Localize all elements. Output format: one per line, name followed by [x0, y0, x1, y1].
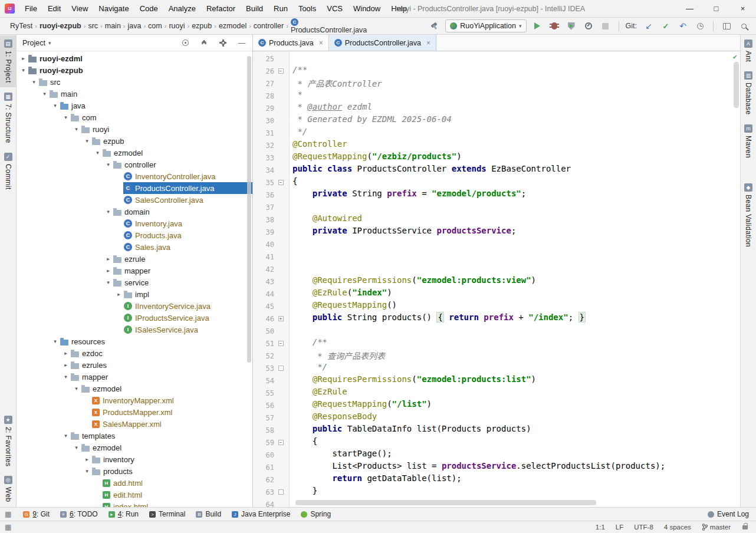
- gutter-line[interactable]: 34: [253, 164, 289, 176]
- gutter-line[interactable]: 59−: [253, 436, 289, 449]
- fold-marker-icon[interactable]: −: [274, 68, 287, 74]
- code-line[interactable]: [292, 52, 740, 65]
- breadcrumb-item-ezpub[interactable]: ezpub: [190, 22, 213, 30]
- gutter-line[interactable]: 28: [253, 90, 289, 102]
- tree-item-ruoyi[interactable]: ▾ruoyi: [17, 123, 252, 135]
- gutter-line[interactable]: 53: [253, 362, 289, 374]
- code-line[interactable]: *: [292, 90, 740, 102]
- rollback-button[interactable]: ↶: [676, 19, 689, 32]
- gutter-line[interactable]: 39: [253, 226, 289, 238]
- chevron-down-icon[interactable]: ▾: [93, 150, 102, 156]
- toolwindow-layout-icon[interactable]: ▦: [5, 510, 11, 518]
- chevron-down-icon[interactable]: ▾: [61, 114, 70, 120]
- menu-tools[interactable]: Tools: [293, 0, 321, 17]
- tool-window-button-spring[interactable]: Spring: [301, 510, 331, 518]
- code-line[interactable]: [292, 263, 740, 275]
- tree-item-inventory[interactable]: ▸inventory: [17, 453, 252, 465]
- search-everywhere-button[interactable]: [737, 19, 750, 32]
- menu-code[interactable]: Code: [134, 0, 163, 17]
- editor-vertical-scrollbar[interactable]: [734, 62, 739, 108]
- close-button[interactable]: ×: [729, 0, 756, 17]
- chevron-down-icon[interactable]: ▾: [51, 338, 60, 344]
- gutter-line[interactable]: 25: [253, 52, 289, 65]
- tree-item-iinventoryservice-java[interactable]: IIInventoryService.java: [17, 300, 252, 312]
- tool-window-button-git[interactable]: G9: Git: [23, 510, 50, 518]
- gutter-line[interactable]: 36: [253, 189, 289, 201]
- fold-marker-icon[interactable]: −: [274, 180, 287, 185]
- profiler-button[interactable]: [582, 19, 595, 32]
- chevron-down-icon[interactable]: ▾: [29, 79, 38, 85]
- tree-item-impl[interactable]: ▸impl: [17, 288, 252, 300]
- tree-item-inventorymapper-xml[interactable]: XInventoryMapper.xml: [17, 394, 252, 406]
- gutter-line[interactable]: 29: [253, 102, 289, 114]
- gutter-line[interactable]: 62: [253, 473, 289, 486]
- tree-item-index-html[interactable]: Hindex.html: [17, 501, 252, 507]
- breadcrumb-item-java[interactable]: java: [126, 22, 143, 30]
- tree-item-products-java[interactable]: CProducts.java: [17, 229, 252, 241]
- gutter-line[interactable]: 42: [253, 263, 289, 275]
- gutter-line[interactable]: 27: [253, 77, 289, 90]
- chevron-down-icon[interactable]: ▾: [61, 433, 70, 439]
- menu-view[interactable]: View: [66, 0, 93, 17]
- run-coverage-button[interactable]: [565, 19, 578, 32]
- tree-item-inventorycontroller-java[interactable]: CInventoryController.java: [17, 170, 252, 182]
- breadcrumb-item-ezmodel[interactable]: ezmodel: [217, 22, 248, 30]
- code-line[interactable]: @EzRule("index"): [292, 288, 740, 300]
- tree-item-main[interactable]: ▾main: [17, 88, 252, 100]
- chevron-down-icon[interactable]: ▾: [48, 40, 51, 46]
- tree-item-edit-html[interactable]: Hedit.html: [17, 489, 252, 501]
- maximize-button[interactable]: □: [703, 0, 729, 17]
- gutter-line[interactable]: 26−: [253, 65, 289, 77]
- code-line[interactable]: return getDataTable(list);: [292, 473, 740, 486]
- gutter-line[interactable]: 44: [253, 288, 289, 300]
- code-line[interactable]: @RequiresPermissions("ezmodel:products:l…: [292, 374, 740, 387]
- collapse-all-icon[interactable]: [199, 38, 209, 48]
- code-line[interactable]: List<Products> list = productsService.se…: [292, 461, 740, 473]
- gutter-line[interactable]: 63: [253, 486, 289, 498]
- minimize-button[interactable]: —: [676, 0, 703, 17]
- chevron-down-icon[interactable]: ▾: [51, 103, 60, 108]
- chevron-right-icon[interactable]: ▸: [61, 362, 70, 368]
- code-line[interactable]: startPage();: [292, 449, 740, 461]
- menu-build[interactable]: Build: [241, 0, 268, 17]
- code-line[interactable]: {: [292, 176, 740, 189]
- menu-file[interactable]: File: [19, 0, 42, 17]
- fold-marker-icon[interactable]: −: [274, 341, 287, 346]
- tool-window-button-ant[interactable]: AAnt: [741, 35, 756, 66]
- tree-item-iproductsservice-java[interactable]: IIProductsService.java: [17, 312, 252, 324]
- code-line[interactable]: @RequestMapping("/list"): [292, 399, 740, 412]
- menu-refactor[interactable]: Refactor: [201, 0, 241, 17]
- line-separator[interactable]: LF: [616, 524, 623, 531]
- tool-window-button-build[interactable]: BBuild: [196, 510, 221, 518]
- code-line[interactable]: public String products() { return prefix…: [292, 312, 740, 325]
- chevron-right-icon[interactable]: ▸: [114, 291, 123, 297]
- tree-item-ruoyi-ezdml[interactable]: ▸ruoyi-ezdml: [17, 52, 252, 64]
- gutter-line[interactable]: 35−: [253, 176, 289, 189]
- tool-window-button-maven[interactable]: mMaven: [741, 120, 756, 162]
- fold-marker-icon[interactable]: [274, 489, 287, 495]
- gutter-line[interactable]: 55: [253, 387, 289, 399]
- git-branch-widget[interactable]: master: [702, 524, 731, 531]
- tree-item-ezmodel[interactable]: ▾ezmodel: [17, 147, 252, 159]
- editor-horizontal-scrollbar[interactable]: [295, 500, 596, 505]
- chevron-down-icon[interactable]: ▾: [83, 138, 91, 144]
- lock-icon[interactable]: [742, 525, 748, 529]
- fold-marker-icon[interactable]: +: [274, 316, 287, 321]
- tree-item-productsmapper-xml[interactable]: XProductsMapper.xml: [17, 406, 252, 418]
- code-line[interactable]: * Generated by EZDML 2025-06-04: [292, 114, 740, 127]
- gutter-line[interactable]: 32: [253, 139, 289, 152]
- gutter-line[interactable]: 37: [253, 201, 289, 213]
- breadcrumb-item-main[interactable]: main: [103, 22, 123, 30]
- tree-item-ruoyi-ezpub[interactable]: ▾ruoyi-ezpub: [17, 64, 252, 76]
- tree-item-mapper[interactable]: ▾mapper: [17, 371, 252, 383]
- settings-gear-icon[interactable]: [218, 38, 228, 48]
- tree-item-salescontroller-java[interactable]: CSalesController.java: [17, 194, 252, 206]
- tool-window-button-run[interactable]: ▸4: Run: [109, 510, 139, 518]
- inspections-ok-icon[interactable]: ✔: [733, 52, 737, 61]
- code-line[interactable]: [292, 238, 740, 251]
- code-line[interactable]: @RequestMapping("/ezbiz/products"): [292, 152, 740, 164]
- gutter-line[interactable]: 41: [253, 251, 289, 263]
- code-line[interactable]: @Controller: [292, 139, 740, 152]
- tool-window-button-todo[interactable]: ≡6: TODO: [60, 510, 98, 518]
- breadcrumb-item-ruoyi-ezpub[interactable]: ruoyi-ezpub: [38, 22, 83, 30]
